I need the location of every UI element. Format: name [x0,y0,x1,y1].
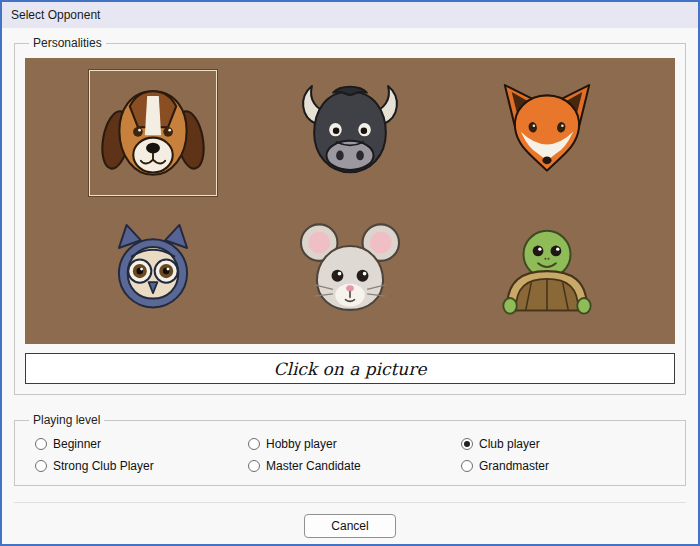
title-bar[interactable]: Select Opponent [2,2,698,28]
radio-grandmaster-circle [461,460,473,472]
level-column-2: Hobby player Master Candidate [248,437,461,473]
radio-beginner-label: Beginner [53,437,101,451]
dialog-content: Personalities [2,28,698,544]
playing-level-options: Beginner Strong Club Player Hobby player [25,435,675,475]
level-column-3: Club player Grandmaster [461,437,674,473]
hint-bar: Click on a picture [25,353,675,384]
opponent-fox[interactable] [485,71,609,195]
personalities-label: Personalities [29,36,106,50]
opponent-mouse[interactable] [288,208,412,332]
bull-icon [294,77,406,189]
owl-icon [98,215,208,325]
beagle-icon [94,75,212,191]
radio-strong-club-player-label: Strong Club Player [53,459,154,473]
opponent-bull[interactable] [289,72,411,194]
playing-level-label: Playing level [29,413,104,427]
radio-grandmaster-label: Grandmaster [479,459,549,473]
fox-icon [490,76,604,190]
radio-master-candidate-label: Master Candidate [266,459,361,473]
radio-hobby-player-circle [248,438,260,450]
radio-hobby-player[interactable]: Hobby player [248,437,461,451]
radio-club-player[interactable]: Club player [461,437,674,451]
footer: Cancel [14,502,686,538]
opponent-turtle[interactable] [486,209,608,331]
level-column-1: Beginner Strong Club Player [35,437,248,473]
opponent-beagle[interactable] [89,70,217,196]
window-title: Select Opponent [11,8,100,22]
hint-text: Click on a picture [273,359,426,379]
radio-strong-club-player-circle [35,460,47,472]
picture-panel [25,58,675,344]
select-opponent-dialog: Select Opponent Personalities [0,0,700,546]
radio-master-candidate-circle [248,460,260,472]
cancel-button[interactable]: Cancel [304,514,396,538]
playing-level-group: Playing level Beginner Strong Club Playe… [14,413,686,486]
opponent-owl[interactable] [93,210,213,330]
radio-master-candidate[interactable]: Master Candidate [248,459,461,473]
radio-club-player-circle [461,438,473,450]
radio-beginner[interactable]: Beginner [35,437,248,451]
radio-strong-club-player[interactable]: Strong Club Player [35,459,248,473]
radio-beginner-circle [35,438,47,450]
radio-club-player-label: Club player [479,437,540,451]
radio-hobby-player-label: Hobby player [266,437,337,451]
turtle-icon [491,214,603,326]
mouse-icon [293,213,407,327]
personalities-group: Personalities [14,36,686,395]
radio-grandmaster[interactable]: Grandmaster [461,459,674,473]
